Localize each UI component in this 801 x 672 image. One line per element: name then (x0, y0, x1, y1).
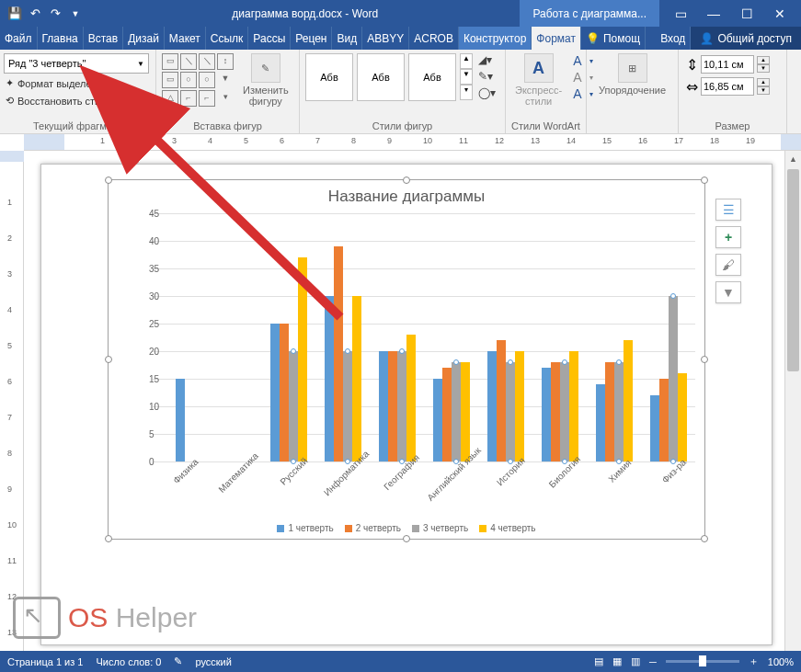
tab-review[interactable]: Рецен (291, 27, 332, 50)
share-icon: 👤 (700, 32, 714, 45)
chart-plot-area[interactable]: 051015202530354045ФизикаМатематикаРусски… (136, 213, 695, 461)
chevron-down-icon: ▼ (137, 60, 144, 68)
gallery-down-icon[interactable]: ▼ (460, 69, 473, 85)
group-label-wordart: Стили WordArt (509, 119, 582, 133)
gallery-more-icon[interactable]: ▾ (460, 85, 473, 100)
tab-references[interactable]: Ссылк (206, 27, 249, 50)
horizontal-ruler[interactable]: 12345678910111213141516171819 (24, 134, 801, 151)
chart-layout-icon[interactable]: ☰ (715, 199, 741, 221)
tab-home[interactable]: Главна (38, 27, 84, 50)
shape-fill-icon[interactable]: ◢▾ (478, 53, 496, 66)
reset-icon: ⟲ (6, 95, 14, 107)
save-icon[interactable]: 💾 (7, 6, 22, 21)
shape-outline-icon[interactable]: ✎▾ (478, 70, 496, 83)
word-count[interactable]: Число слов: 0 (96, 656, 161, 667)
redo-icon[interactable]: ↷ (48, 6, 63, 21)
tab-design[interactable]: Дизай (123, 27, 165, 50)
format-icon: ✦ (6, 77, 14, 89)
read-mode-icon[interactable]: ▤ (594, 655, 603, 667)
bulb-icon: 💡 (586, 32, 600, 45)
ribbon-tabs: Файл Главна Встав Дизай Макет Ссылк Расс… (0, 27, 801, 50)
resize-handle[interactable] (701, 177, 708, 184)
zoom-out-icon[interactable]: ─ (649, 656, 657, 667)
cursor-icon (13, 597, 61, 639)
scroll-thumb[interactable] (787, 169, 799, 371)
resize-handle[interactable] (105, 177, 112, 184)
shape-effects-icon[interactable]: ◯▾ (478, 86, 496, 99)
resize-handle[interactable] (105, 535, 112, 542)
reset-style-button[interactable]: ⟲Восстановить стиль (4, 93, 149, 108)
quick-styles-button[interactable]: A Экспресс-стили (509, 51, 567, 108)
document-area[interactable]: Название диаграммы 051015202530354045Физ… (24, 151, 784, 651)
width-input[interactable]: ⇔▲▼ (686, 77, 770, 96)
chart-title[interactable]: Название диаграммы (109, 180, 704, 210)
zoom-slider[interactable] (666, 660, 739, 663)
ribbon: Ряд "3 четверть"▼ ✦Формат выделенного ⟲В… (0, 50, 801, 134)
wordart-A-icon: A (524, 53, 554, 83)
share-button[interactable]: 👤Общий доступ (691, 27, 801, 50)
change-shape-button[interactable]: ✎ Изменитьфигуру (237, 51, 294, 108)
resize-handle[interactable] (403, 177, 410, 184)
vertical-ruler[interactable]: 12345678910111213 (0, 151, 24, 651)
resize-handle[interactable] (105, 356, 112, 363)
style-preset-3[interactable]: Абв (408, 53, 456, 101)
qat-menu-icon[interactable]: ▼ (68, 6, 83, 21)
arrange-icon: ⊞ (618, 53, 647, 83)
tab-layout[interactable]: Макет (165, 27, 206, 50)
chart-filter-icon[interactable]: ▼ (715, 281, 741, 303)
status-bar: Страница 1 из 1 Число слов: 0 ✎ русский … (0, 651, 801, 672)
tab-acrobat[interactable]: ACROB (409, 27, 459, 50)
selection-combo[interactable]: Ряд "3 четверть"▼ (4, 53, 149, 74)
shape-gallery[interactable]: ▭＼＼↕ ▭○○▼ △⌐⌐▾ (162, 53, 234, 107)
style-preset-1[interactable]: Абв (305, 53, 353, 101)
ribbon-options-icon[interactable]: ▭ (665, 0, 696, 27)
page-indicator[interactable]: Страница 1 из 1 (7, 656, 83, 667)
tab-insert[interactable]: Встав (84, 27, 123, 50)
format-selection-button[interactable]: ✦Формат выделенного (4, 75, 149, 91)
resize-handle[interactable] (701, 535, 708, 542)
chart-tools-tab-header: Работа с диаграмма... (520, 0, 659, 27)
resize-handle[interactable] (701, 356, 708, 363)
page: Название диаграммы 051015202530354045Физ… (40, 164, 772, 645)
undo-icon[interactable]: ↶ (28, 6, 42, 21)
gallery-up-icon[interactable]: ▲ (460, 53, 473, 69)
tab-file[interactable]: Файл (0, 27, 38, 50)
tab-view[interactable]: Вид (332, 27, 362, 50)
change-shape-icon: ✎ (251, 53, 280, 83)
arrange-button[interactable]: ⊞ Упорядочение (593, 51, 671, 97)
print-layout-icon[interactable]: ▦ (612, 655, 622, 667)
tell-me[interactable]: 💡Помощ (581, 27, 646, 50)
height-icon: ⇕ (686, 56, 698, 74)
chart-object[interactable]: Название диаграммы 051015202530354045Физ… (108, 179, 705, 540)
minimize-icon[interactable]: — (698, 0, 729, 27)
web-layout-icon[interactable]: ▥ (631, 655, 640, 667)
document-title: диаграмма ворд.docx - Word (90, 7, 520, 20)
chart-legend[interactable]: 1 четверть2 четверть3 четверть4 четверть (109, 523, 704, 533)
proofing-icon[interactable]: ✎ (174, 655, 182, 667)
language-indicator[interactable]: русский (195, 656, 231, 667)
group-label-selection: Текущий фрагмент (4, 119, 152, 133)
tab-abbyy[interactable]: ABBYY (362, 27, 409, 50)
width-icon: ⇔ (686, 78, 698, 96)
zoom-in-icon[interactable]: ＋ (749, 655, 759, 668)
chart-add-element-icon[interactable]: + (715, 226, 741, 248)
group-label-size: Размер (682, 119, 783, 133)
watermark: OS Helper (13, 597, 197, 639)
tab-constructor[interactable]: Конструктор (459, 27, 532, 50)
zoom-level[interactable]: 100% (768, 656, 794, 667)
close-icon[interactable]: ✕ (764, 0, 795, 27)
tab-mailings[interactable]: Рассы (248, 27, 291, 50)
tab-format[interactable]: Формат (532, 27, 581, 50)
resize-handle[interactable] (403, 535, 410, 542)
group-label-shapes: Вставка фигур (160, 119, 295, 133)
height-input[interactable]: ⇕▲▼ (686, 55, 770, 74)
shape-style-gallery[interactable]: Абв Абв Абв (305, 53, 456, 101)
chart-styles-icon[interactable]: 🖌 (715, 254, 741, 276)
vertical-scrollbar[interactable]: ▲ (784, 151, 801, 651)
maximize-icon[interactable]: ☐ (731, 0, 762, 27)
scroll-up-icon[interactable]: ▲ (785, 151, 801, 167)
group-label-styles: Стили фигур (303, 119, 501, 133)
style-preset-2[interactable]: Абв (357, 53, 405, 101)
login-button[interactable]: Вход (656, 27, 691, 50)
title-bar: 💾 ↶ ↷ ▼ диаграмма ворд.docx - Word Работ… (0, 0, 801, 27)
